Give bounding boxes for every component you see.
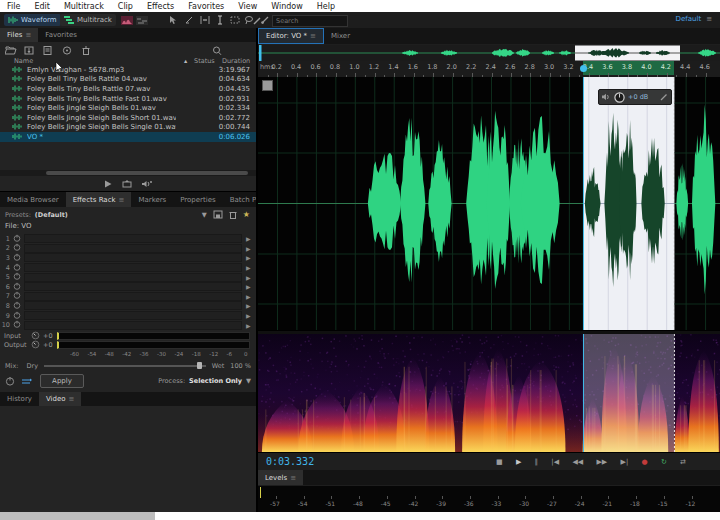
files-column-header[interactable]: Name ▴ Status Duration xyxy=(0,57,256,64)
slot-bar[interactable] xyxy=(24,292,242,301)
panel-menu-icon[interactable]: ≡ xyxy=(310,32,316,40)
new-file-icon[interactable] xyxy=(43,46,55,55)
pre-post-toggle-icon[interactable] xyxy=(21,377,32,386)
slot-arrow-icon[interactable]: ▶ xyxy=(246,283,256,290)
slot-power-icon[interactable] xyxy=(13,272,21,282)
slip-tool-icon[interactable] xyxy=(198,15,211,25)
effect-slot[interactable]: 1▶ xyxy=(0,234,256,244)
edit-pencil-icon[interactable] xyxy=(660,93,668,101)
time-selection-tool-icon[interactable] xyxy=(213,15,226,25)
column-duration[interactable]: Duration xyxy=(222,57,250,65)
effect-slot[interactable]: 8▶ xyxy=(0,301,256,311)
waveform-options-icon[interactable] xyxy=(262,80,273,91)
slot-power-icon[interactable] xyxy=(13,301,21,311)
scrollbar-thumb[interactable] xyxy=(46,171,248,175)
effect-slot[interactable]: 5▶ xyxy=(0,272,256,282)
apply-button[interactable]: Apply xyxy=(40,374,84,388)
panel-menu-icon[interactable]: ≡ xyxy=(290,474,296,482)
favorite-star-icon[interactable]: ★ xyxy=(243,210,250,219)
process-dropdown-icon[interactable]: ▼ xyxy=(246,377,256,385)
slot-arrow-icon[interactable]: ▶ xyxy=(246,293,256,300)
slot-power-icon[interactable] xyxy=(13,311,21,321)
slot-arrow-icon[interactable]: ▶ xyxy=(246,312,256,319)
mix-slider-handle[interactable] xyxy=(197,362,202,369)
paintbrush-tool-icon[interactable] xyxy=(258,15,271,25)
workspace-switcher[interactable]: Default ≡ xyxy=(676,15,712,23)
marquee-selection-tool-icon[interactable] xyxy=(228,15,241,25)
output-knob-icon[interactable] xyxy=(31,340,40,349)
delete-preset-icon[interactable] xyxy=(228,210,238,219)
skip-forward-button[interactable]: ▶| xyxy=(621,458,629,466)
search-icon[interactable] xyxy=(212,46,223,56)
tab-files[interactable]: Files≡ xyxy=(0,28,38,42)
effect-slot[interactable]: 6▶ xyxy=(0,282,256,292)
stop-button[interactable]: ■ xyxy=(496,458,503,466)
extract-audio-icon[interactable] xyxy=(62,46,74,55)
playhead-handle[interactable] xyxy=(580,65,587,72)
file-row[interactable]: Foley Bells Jingle Sleigh Bells Short 01… xyxy=(0,113,256,123)
spectrogram-display[interactable] xyxy=(258,334,720,452)
spectral-frequency-display-icon[interactable] xyxy=(120,15,133,25)
menu-edit[interactable]: Edit xyxy=(27,2,57,11)
menu-effects[interactable]: Effects xyxy=(140,2,181,11)
slot-bar[interactable] xyxy=(24,234,242,243)
rewind-button[interactable]: ◀◀ xyxy=(572,458,583,466)
files-hscrollbar[interactable] xyxy=(0,170,256,176)
slot-power-icon[interactable] xyxy=(13,253,21,263)
slot-bar[interactable] xyxy=(24,244,242,253)
menu-view[interactable]: View xyxy=(231,2,264,11)
effect-slot[interactable]: 10▶ xyxy=(0,320,256,330)
file-row[interactable]: Foley Bells Tiny Bells Rattle Fast 01.wa… xyxy=(0,94,256,104)
slot-bar[interactable] xyxy=(24,273,242,282)
waveform-display[interactable]: +0 dB xyxy=(258,77,720,330)
menu-window[interactable]: Window xyxy=(264,2,310,11)
file-row[interactable]: Foley Bells Jingle Sleigh Bells Single 0… xyxy=(0,123,256,133)
slot-arrow-icon[interactable]: ▶ xyxy=(246,245,256,252)
file-row[interactable]: Foley Bell Tiny Bells Rattle 04.wav0:04.… xyxy=(0,75,256,85)
slot-bar[interactable] xyxy=(24,301,242,310)
tab-mixer[interactable]: Mixer xyxy=(324,28,357,44)
waveform-view-button[interactable]: Waveform xyxy=(4,14,61,26)
panel-menu-icon[interactable]: ≡ xyxy=(25,31,31,39)
slot-arrow-icon[interactable]: ▶ xyxy=(246,235,256,242)
multitrack-view-button[interactable]: Multitrack xyxy=(60,14,116,26)
play-icon[interactable] xyxy=(104,180,112,188)
skip-selection-button[interactable]: ⇄ xyxy=(680,458,686,466)
slot-bar[interactable] xyxy=(24,263,242,272)
move-tool-icon[interactable] xyxy=(166,15,179,25)
column-name[interactable]: Name xyxy=(14,57,33,65)
skip-back-button[interactable]: |◀ xyxy=(551,458,559,466)
gain-knob-icon[interactable] xyxy=(614,92,625,103)
loop-button[interactable]: ↻ xyxy=(661,458,667,466)
slot-bar[interactable] xyxy=(24,311,242,320)
search-input[interactable] xyxy=(272,15,348,27)
slot-bar[interactable] xyxy=(24,321,242,330)
slot-bar[interactable] xyxy=(24,253,242,262)
tab-effects-rack[interactable]: Effects Rack≡ xyxy=(66,192,132,207)
menu-favorites[interactable]: Favorites xyxy=(181,2,231,11)
waveform-overview[interactable] xyxy=(258,45,720,62)
razor-tool-icon[interactable] xyxy=(182,15,195,25)
column-status[interactable]: Status xyxy=(194,57,215,65)
open-folder-icon[interactable] xyxy=(5,46,17,55)
import-file-icon[interactable] xyxy=(24,46,36,55)
process-value[interactable]: Selection Only xyxy=(185,377,246,385)
timeline-ruler[interactable]: hms0.20.40.60.81.01.21.41.61.82.02.22.42… xyxy=(258,61,720,78)
slot-power-icon[interactable] xyxy=(13,243,21,253)
input-knob-icon[interactable] xyxy=(31,331,40,340)
slot-power-icon[interactable] xyxy=(13,282,21,292)
rack-power-icon[interactable] xyxy=(5,376,15,386)
effect-slot[interactable]: 7▶ xyxy=(0,292,256,302)
effect-slot[interactable]: 4▶ xyxy=(0,263,256,273)
panel-menu-icon[interactable]: ≡ xyxy=(119,196,125,204)
slot-power-icon[interactable] xyxy=(13,234,21,244)
tab-history[interactable]: History xyxy=(0,392,39,406)
sort-indicator-icon[interactable]: ▴ xyxy=(184,57,187,65)
file-row[interactable]: VO *0:06.026 xyxy=(0,132,256,142)
record-button[interactable]: ● xyxy=(642,458,648,466)
menu-clip[interactable]: Clip xyxy=(111,2,140,11)
tab-media-browser[interactable]: Media Browser xyxy=(0,192,66,207)
tab-markers[interactable]: Markers xyxy=(131,192,173,207)
play-button[interactable]: ▶ xyxy=(516,458,521,466)
tab-levels[interactable]: Levels≡ xyxy=(258,470,303,485)
